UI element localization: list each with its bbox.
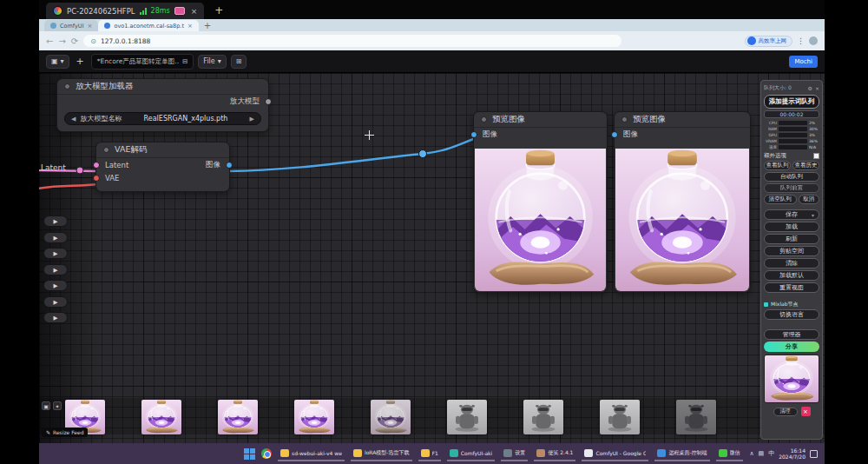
queue-preview-thumbnail[interactable] <box>764 355 819 403</box>
collapsed-node[interactable]: ▶ <box>43 296 68 308</box>
taskbar-clock[interactable]: 16:14 2024/7/20 <box>779 447 806 460</box>
close-tab-icon[interactable]: × <box>88 23 93 30</box>
load-button[interactable]: 加载 <box>764 222 819 232</box>
node-upscale-model-loader[interactable]: 放大模型加载器 放大模型 ◀ 放大模型名称 RealESRGAN_x4plus.… <box>56 78 269 132</box>
node-canvas[interactable]: Latent 放大模型加载器 放大模型 ◀ 放大模型名称 RealESRGAN_… <box>39 73 825 443</box>
feed-thumbnail[interactable] <box>523 400 563 434</box>
refresh-button[interactable]: 刷新 <box>764 234 819 244</box>
tray-expand-icon[interactable]: ∧ <box>749 450 753 457</box>
workflows-button[interactable]: ▣ ▾ <box>46 55 69 69</box>
save-button[interactable]: 保存 ▾ <box>764 209 819 220</box>
close-feed-icon[interactable]: × <box>801 407 811 416</box>
extra-options-checkbox[interactable] <box>813 153 819 159</box>
input-slot-dot[interactable] <box>93 175 100 182</box>
address-bar[interactable]: ⊙ 127.0.0.1:8188 <box>83 35 621 47</box>
queue-prompt-button[interactable]: 添加提示词队列 <box>764 95 819 109</box>
input-slot-dot[interactable] <box>93 162 100 169</box>
tray-panel-icon[interactable]: ▤ <box>759 450 765 457</box>
workflow-tab[interactable]: *Encore产品草图转定单图.. ⊟ <box>91 54 194 70</box>
feed-thumbnail[interactable] <box>218 400 258 434</box>
close-tab-icon[interactable]: × <box>187 23 193 30</box>
output-slot-label: 图像 <box>206 160 220 170</box>
feed-settings-icon[interactable]: ▣ <box>42 401 50 410</box>
input-language-icon[interactable]: 中 <box>768 449 774 458</box>
feed-thumbnail[interactable] <box>600 400 640 434</box>
start-button[interactable] <box>244 448 255 460</box>
mixlab-label[interactable]: Mixlab节点 <box>771 301 799 308</box>
collapsed-node[interactable]: ▶ <box>43 264 68 275</box>
node-preview-image-2[interactable]: 预览图像 图像 <box>614 111 751 293</box>
chrome-taskbar-icon[interactable] <box>261 448 272 459</box>
queue-front-button[interactable]: 队列前置 <box>764 183 819 193</box>
feed-thumbnail[interactable] <box>294 400 334 434</box>
notification-center-icon[interactable] <box>810 450 818 458</box>
view-history-button[interactable]: 查看历史 <box>792 161 819 170</box>
rdp-tab-bar: PC-20240625HFPL 28ms × + <box>39 0 825 19</box>
rdp-session-tab[interactable]: PC-20240625HFPL 28ms × <box>46 3 204 19</box>
back-icon[interactable]: ← <box>46 36 53 46</box>
auto-queue-button[interactable]: 自动队列 <box>764 172 819 182</box>
share-button[interactable]: 分享 <box>764 341 819 352</box>
node-title: VAE解码 <box>115 144 147 156</box>
input-slot-dot[interactable] <box>611 131 618 138</box>
load-default-button[interactable]: 加载默认 <box>764 270 819 281</box>
input-slot-dot[interactable] <box>470 131 477 138</box>
extension-button[interactable]: 高效率上网 <box>745 36 793 47</box>
next-value-icon[interactable]: ▶ <box>250 116 254 123</box>
grid-view-button[interactable]: ⊞ <box>231 55 247 69</box>
collapsed-node[interactable]: ▶ <box>43 248 68 259</box>
forward-icon[interactable]: → <box>58 36 65 46</box>
clean-button[interactable]: 清理 <box>773 408 798 416</box>
close-session-icon[interactable]: × <box>191 7 198 16</box>
taskbar-item[interactable]: 微信 <box>716 446 743 461</box>
feed-sparkle-icon[interactable]: ✦ <box>53 401 62 410</box>
resize-feed-button[interactable]: ✎ Resize Feed <box>42 428 88 437</box>
close-icon[interactable]: × <box>815 85 819 91</box>
collapsed-node[interactable]: ▶ <box>43 280 68 291</box>
clear-button[interactable]: 清除 <box>764 258 819 268</box>
switch-language-button[interactable]: 切换语言 <box>764 309 819 320</box>
new-workflow-button[interactable]: + <box>74 56 87 67</box>
refresh-icon[interactable]: ⟳ <box>71 36 78 46</box>
feed-thumbnail[interactable] <box>371 400 411 434</box>
taskbar-item[interactable]: loRA模型-迅雷下载 <box>351 446 412 461</box>
new-session-button[interactable]: + <box>214 4 223 17</box>
clipspace-button[interactable]: 剪贴空间 <box>764 246 819 256</box>
browser-tab-comfyui[interactable]: ComfyUI × <box>44 20 98 31</box>
taskbar-item[interactable]: ComfyUI - Google Chr... <box>582 446 648 461</box>
taskbar-item[interactable]: 远程桌面-控制端 <box>654 446 709 461</box>
collapsed-node[interactable]: ▶ <box>43 232 68 243</box>
node-preview-image-1[interactable]: 预览图像 图像 <box>473 111 608 293</box>
output-slot-dot[interactable] <box>265 98 272 105</box>
reset-view-button[interactable]: 重置视图 <box>764 282 819 293</box>
gear-icon[interactable]: ⚙ <box>808 85 812 91</box>
feed-thumbnail[interactable] <box>676 400 716 434</box>
feed-thumbnail[interactable] <box>141 400 181 434</box>
taskbar-item[interactable]: 设置 <box>501 446 528 461</box>
collapsed-node[interactable]: ▶ <box>43 312 68 323</box>
output-slot-dot[interactable] <box>226 162 233 169</box>
folder-icon <box>280 449 289 457</box>
cancel-button[interactable]: 取消 <box>799 195 819 204</box>
feed-thumbnail[interactable] <box>447 400 487 434</box>
collapsed-node[interactable]: ▶ <box>43 215 68 227</box>
output-slot-label: 放大模型 <box>230 96 260 107</box>
new-tab-button[interactable]: + <box>204 21 211 30</box>
prev-value-icon[interactable]: ◀ <box>71 116 76 123</box>
upscale-model-widget[interactable]: ◀ 放大模型名称 RealESRGAN_x4plus.pth ▶ <box>64 112 261 125</box>
taskbar-item[interactable]: sd-webui-aki-v4 web <box>278 446 345 461</box>
monitor-row: RAM 30% <box>764 126 819 131</box>
clear-queue-button[interactable]: 清空队列 <box>764 195 797 204</box>
site-info-icon[interactable]: ⊙ <box>90 37 96 45</box>
file-menu-button[interactable]: File ▾ <box>198 55 226 69</box>
browser-tab-active[interactable]: ovo1.aconetm.cal-sa8p.t × <box>98 20 198 31</box>
manager-button[interactable]: 管理器 <box>764 329 819 340</box>
taskbar-item[interactable]: 便笺 2.4.1 <box>534 446 575 461</box>
taskbar-item[interactable]: ComfyUI-aki <box>447 446 495 461</box>
node-vae-decode[interactable]: VAE解码 Latent 图像 VAE <box>95 142 230 192</box>
view-queue-button[interactable]: 查看队列 <box>764 161 791 170</box>
profile-avatar[interactable] <box>809 36 818 45</box>
taskbar-item[interactable]: F1 <box>418 446 441 461</box>
browser-menu-icon[interactable]: ⋮ <box>797 36 805 45</box>
topbar-right-button[interactable]: Mochi <box>789 56 818 68</box>
